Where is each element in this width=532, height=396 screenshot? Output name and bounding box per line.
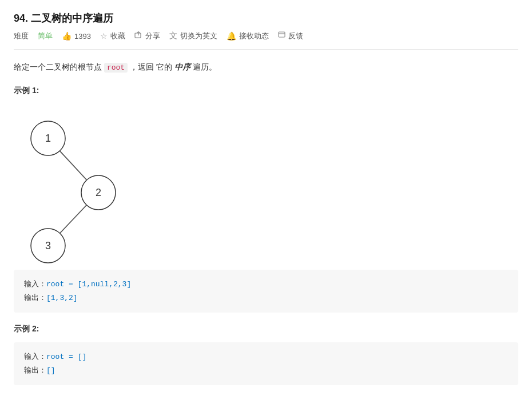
like-icon: 👍 bbox=[62, 31, 72, 41]
collect-label: 收藏 bbox=[110, 31, 125, 41]
desc-suffix: 遍历。 bbox=[193, 62, 217, 71]
collect-button[interactable]: ☆ 收藏 bbox=[100, 31, 125, 41]
switch-lang-label: 切换为英文 bbox=[180, 31, 217, 41]
example2-code-block: 输入：root = [] 输出：[] bbox=[14, 342, 518, 385]
problem-description: 给定一个二叉树的根节点 root ，返回 它的 中序 遍历。 bbox=[14, 60, 518, 74]
svg-rect-0 bbox=[135, 33, 141, 38]
example2-input-line: 输入：root = [] bbox=[24, 350, 508, 363]
example1-output-val: [1,3,2] bbox=[46, 294, 78, 302]
notification-button[interactable]: 🔔 接收动态 bbox=[227, 31, 269, 41]
example1-input-line: 输入：root = [1,null,2,3] bbox=[24, 278, 508, 291]
example1-label: 示例 1: bbox=[14, 86, 518, 96]
example2-input-key: 输入： bbox=[24, 353, 46, 361]
like-count: 1393 bbox=[74, 32, 91, 41]
lang-icon: 文 bbox=[169, 31, 177, 41]
example2-input-val: root = [] bbox=[46, 353, 86, 361]
tree-node-2-label: 2 bbox=[96, 187, 101, 198]
tree-diagram: 1 2 3 bbox=[14, 104, 140, 264]
example2-label: 示例 2: bbox=[14, 324, 518, 334]
share-button[interactable]: 分享 bbox=[134, 31, 160, 41]
notification-label: 接收动态 bbox=[239, 31, 269, 41]
example2-output-line: 输出：[] bbox=[24, 364, 508, 377]
share-icon bbox=[134, 31, 142, 41]
difficulty-value: 简单 bbox=[38, 31, 53, 41]
example2-output-key: 输出： bbox=[24, 366, 46, 375]
tree-node-3-label: 3 bbox=[45, 240, 51, 251]
share-label: 分享 bbox=[145, 31, 160, 41]
example2-section: 示例 2: 输入：root = [] 输出：[] bbox=[14, 324, 518, 385]
example2-output-val: [] bbox=[46, 366, 55, 375]
problem-title-row: 94. 二叉树的中序遍历 bbox=[14, 11, 518, 25]
feedback-icon bbox=[278, 31, 285, 41]
example1-code-block: 输入：root = [1,null,2,3] 输出：[1,3,2] bbox=[14, 270, 518, 313]
problem-title: 94. 二叉树的中序遍历 bbox=[14, 11, 113, 25]
bell-icon: 🔔 bbox=[227, 31, 236, 41]
example1-output-key: 输出： bbox=[24, 294, 46, 302]
desc-middle: ，返回 它的 bbox=[130, 62, 172, 71]
example1-output-line: 输出：[1,3,2] bbox=[24, 291, 508, 305]
desc-code: root bbox=[104, 63, 128, 73]
star-icon: ☆ bbox=[100, 31, 108, 41]
desc-bold-italic: 中序 bbox=[174, 62, 190, 71]
tree-svg: 1 2 3 bbox=[14, 104, 140, 264]
like-button[interactable]: 👍 1393 bbox=[62, 31, 91, 41]
feedback-button[interactable]: 反馈 bbox=[278, 31, 303, 41]
svg-rect-2 bbox=[279, 32, 285, 37]
difficulty-label: 难度 bbox=[14, 31, 29, 41]
feedback-label: 反馈 bbox=[288, 31, 303, 41]
desc-prefix: 给定一个二叉树的根节点 bbox=[14, 62, 102, 71]
meta-row: 难度 简单 👍 1393 ☆ 收藏 分享 文 切换为英文 🔔 接收动态 bbox=[14, 31, 518, 50]
example1-input-val: root = [1,null,2,3] bbox=[46, 280, 131, 289]
tree-node-1-label: 1 bbox=[45, 133, 51, 144]
switch-lang-button[interactable]: 文 切换为英文 bbox=[169, 31, 217, 41]
example1-section: 示例 1: 1 2 3 输入：root = [1,null,2,3] 输出：[1… bbox=[14, 86, 518, 313]
example1-input-key: 输入： bbox=[24, 280, 46, 289]
